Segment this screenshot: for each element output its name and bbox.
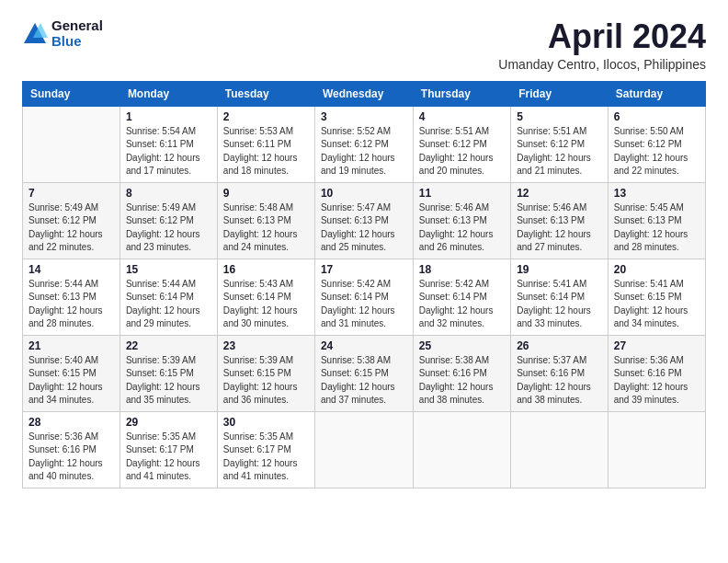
day-number: 19 xyxy=(517,263,602,276)
calendar-cell xyxy=(608,411,705,488)
day-info: Sunrise: 5:45 AM Sunset: 6:13 PM Dayligh… xyxy=(614,201,700,255)
calendar-cell: 3Sunrise: 5:52 AM Sunset: 6:12 PM Daylig… xyxy=(314,106,413,182)
day-info: Sunrise: 5:44 AM Sunset: 6:13 PM Dayligh… xyxy=(28,278,114,331)
day-info: Sunrise: 5:41 AM Sunset: 6:14 PM Dayligh… xyxy=(517,278,602,331)
day-header-thursday: Thursday xyxy=(413,81,510,106)
calendar-cell: 1Sunrise: 5:54 AM Sunset: 6:11 PM Daylig… xyxy=(119,106,217,182)
day-number: 8 xyxy=(126,187,211,200)
day-number: 3 xyxy=(321,110,407,123)
calendar-cell: 28Sunrise: 5:36 AM Sunset: 6:16 PM Dayli… xyxy=(23,411,120,488)
day-info: Sunrise: 5:47 AM Sunset: 6:13 PM Dayligh… xyxy=(321,201,407,255)
day-info: Sunrise: 5:49 AM Sunset: 6:12 PM Dayligh… xyxy=(28,201,114,255)
calendar-cell: 9Sunrise: 5:48 AM Sunset: 6:13 PM Daylig… xyxy=(217,182,314,259)
day-number: 14 xyxy=(28,263,114,276)
day-number: 4 xyxy=(419,110,505,123)
calendar-cell: 21Sunrise: 5:40 AM Sunset: 6:15 PM Dayli… xyxy=(23,335,120,411)
calendar-cell: 2Sunrise: 5:53 AM Sunset: 6:11 PM Daylig… xyxy=(217,106,314,182)
week-row-1: 1Sunrise: 5:54 AM Sunset: 6:11 PM Daylig… xyxy=(23,106,706,182)
calendar-cell: 26Sunrise: 5:37 AM Sunset: 6:16 PM Dayli… xyxy=(511,335,609,411)
day-number: 24 xyxy=(321,339,407,352)
header: General Blue April 2024 Umanday Centro, … xyxy=(22,18,706,72)
calendar-cell: 10Sunrise: 5:47 AM Sunset: 6:13 PM Dayli… xyxy=(314,182,413,259)
logo-text: General Blue xyxy=(51,18,103,49)
day-info: Sunrise: 5:37 AM Sunset: 6:16 PM Dayligh… xyxy=(517,354,602,408)
day-header-monday: Monday xyxy=(119,81,217,106)
day-number: 18 xyxy=(419,263,505,276)
calendar-header-row: SundayMondayTuesdayWednesdayThursdayFrid… xyxy=(23,81,706,106)
day-info: Sunrise: 5:46 AM Sunset: 6:13 PM Dayligh… xyxy=(419,201,505,255)
day-info: Sunrise: 5:43 AM Sunset: 6:14 PM Dayligh… xyxy=(223,278,309,331)
day-number: 30 xyxy=(223,416,309,429)
day-info: Sunrise: 5:48 AM Sunset: 6:13 PM Dayligh… xyxy=(223,201,309,255)
day-number: 9 xyxy=(223,187,309,200)
day-info: Sunrise: 5:51 AM Sunset: 6:12 PM Dayligh… xyxy=(419,125,505,178)
calendar-cell: 18Sunrise: 5:42 AM Sunset: 6:14 PM Dayli… xyxy=(413,259,510,335)
day-info: Sunrise: 5:53 AM Sunset: 6:11 PM Dayligh… xyxy=(223,125,309,178)
day-number: 12 xyxy=(517,187,602,200)
calendar-cell: 24Sunrise: 5:38 AM Sunset: 6:15 PM Dayli… xyxy=(314,335,413,411)
week-row-5: 28Sunrise: 5:36 AM Sunset: 6:16 PM Dayli… xyxy=(23,411,706,488)
calendar-cell: 17Sunrise: 5:42 AM Sunset: 6:14 PM Dayli… xyxy=(314,259,413,335)
week-row-3: 14Sunrise: 5:44 AM Sunset: 6:13 PM Dayli… xyxy=(23,259,706,335)
calendar-cell: 6Sunrise: 5:50 AM Sunset: 6:12 PM Daylig… xyxy=(608,106,705,182)
title-block: April 2024 Umanday Centro, Ilocos, Phili… xyxy=(498,18,706,72)
day-info: Sunrise: 5:36 AM Sunset: 6:16 PM Dayligh… xyxy=(28,431,114,484)
day-info: Sunrise: 5:35 AM Sunset: 6:17 PM Dayligh… xyxy=(223,431,309,484)
calendar-cell: 19Sunrise: 5:41 AM Sunset: 6:14 PM Dayli… xyxy=(511,259,609,335)
day-number: 11 xyxy=(419,187,505,200)
day-number: 23 xyxy=(223,339,309,352)
day-number: 13 xyxy=(614,187,700,200)
day-number: 1 xyxy=(126,110,211,123)
calendar-cell xyxy=(314,411,413,488)
subtitle: Umanday Centro, Ilocos, Philippines xyxy=(498,57,706,72)
main-title: April 2024 xyxy=(498,18,706,55)
day-number: 17 xyxy=(321,263,407,276)
day-info: Sunrise: 5:49 AM Sunset: 6:12 PM Dayligh… xyxy=(126,201,211,255)
day-header-saturday: Saturday xyxy=(608,81,705,106)
calendar-cell: 23Sunrise: 5:39 AM Sunset: 6:15 PM Dayli… xyxy=(217,335,314,411)
logo-general: General xyxy=(51,18,103,34)
day-number: 7 xyxy=(28,187,114,200)
day-info: Sunrise: 5:46 AM Sunset: 6:13 PM Dayligh… xyxy=(517,201,602,255)
calendar-cell: 14Sunrise: 5:44 AM Sunset: 6:13 PM Dayli… xyxy=(23,259,120,335)
day-info: Sunrise: 5:42 AM Sunset: 6:14 PM Dayligh… xyxy=(321,278,407,331)
day-number: 29 xyxy=(126,416,211,429)
day-number: 26 xyxy=(517,339,602,352)
calendar-table: SundayMondayTuesdayWednesdayThursdayFrid… xyxy=(22,81,706,488)
day-number: 2 xyxy=(223,110,309,123)
day-number: 20 xyxy=(614,263,700,276)
day-number: 28 xyxy=(28,416,114,429)
calendar-cell: 13Sunrise: 5:45 AM Sunset: 6:13 PM Dayli… xyxy=(608,182,705,259)
day-info: Sunrise: 5:38 AM Sunset: 6:16 PM Dayligh… xyxy=(419,354,505,408)
calendar-cell: 8Sunrise: 5:49 AM Sunset: 6:12 PM Daylig… xyxy=(119,182,217,259)
day-number: 5 xyxy=(517,110,602,123)
day-info: Sunrise: 5:52 AM Sunset: 6:12 PM Dayligh… xyxy=(321,125,407,178)
day-info: Sunrise: 5:51 AM Sunset: 6:12 PM Dayligh… xyxy=(517,125,602,178)
day-number: 15 xyxy=(126,263,211,276)
day-info: Sunrise: 5:36 AM Sunset: 6:16 PM Dayligh… xyxy=(614,354,700,408)
day-header-tuesday: Tuesday xyxy=(217,81,314,106)
calendar-cell: 22Sunrise: 5:39 AM Sunset: 6:15 PM Dayli… xyxy=(119,335,217,411)
calendar-cell: 4Sunrise: 5:51 AM Sunset: 6:12 PM Daylig… xyxy=(413,106,510,182)
day-info: Sunrise: 5:54 AM Sunset: 6:11 PM Dayligh… xyxy=(126,125,211,178)
day-number: 27 xyxy=(614,339,700,352)
calendar-cell: 12Sunrise: 5:46 AM Sunset: 6:13 PM Dayli… xyxy=(511,182,609,259)
calendar-cell xyxy=(511,411,609,488)
calendar-cell: 15Sunrise: 5:44 AM Sunset: 6:14 PM Dayli… xyxy=(119,259,217,335)
day-info: Sunrise: 5:41 AM Sunset: 6:15 PM Dayligh… xyxy=(614,278,700,331)
logo-blue: Blue xyxy=(51,34,103,50)
calendar-cell: 30Sunrise: 5:35 AM Sunset: 6:17 PM Dayli… xyxy=(217,411,314,488)
calendar-cell: 7Sunrise: 5:49 AM Sunset: 6:12 PM Daylig… xyxy=(23,182,120,259)
logo-icon xyxy=(22,21,48,47)
calendar-cell: 29Sunrise: 5:35 AM Sunset: 6:17 PM Dayli… xyxy=(119,411,217,488)
calendar-cell: 20Sunrise: 5:41 AM Sunset: 6:15 PM Dayli… xyxy=(608,259,705,335)
day-number: 25 xyxy=(419,339,505,352)
day-number: 6 xyxy=(614,110,700,123)
day-info: Sunrise: 5:44 AM Sunset: 6:14 PM Dayligh… xyxy=(126,278,211,331)
day-info: Sunrise: 5:38 AM Sunset: 6:15 PM Dayligh… xyxy=(321,354,407,408)
day-info: Sunrise: 5:40 AM Sunset: 6:15 PM Dayligh… xyxy=(28,354,114,408)
day-header-sunday: Sunday xyxy=(23,81,120,106)
day-header-wednesday: Wednesday xyxy=(314,81,413,106)
day-info: Sunrise: 5:39 AM Sunset: 6:15 PM Dayligh… xyxy=(126,354,211,408)
week-row-4: 21Sunrise: 5:40 AM Sunset: 6:15 PM Dayli… xyxy=(23,335,706,411)
